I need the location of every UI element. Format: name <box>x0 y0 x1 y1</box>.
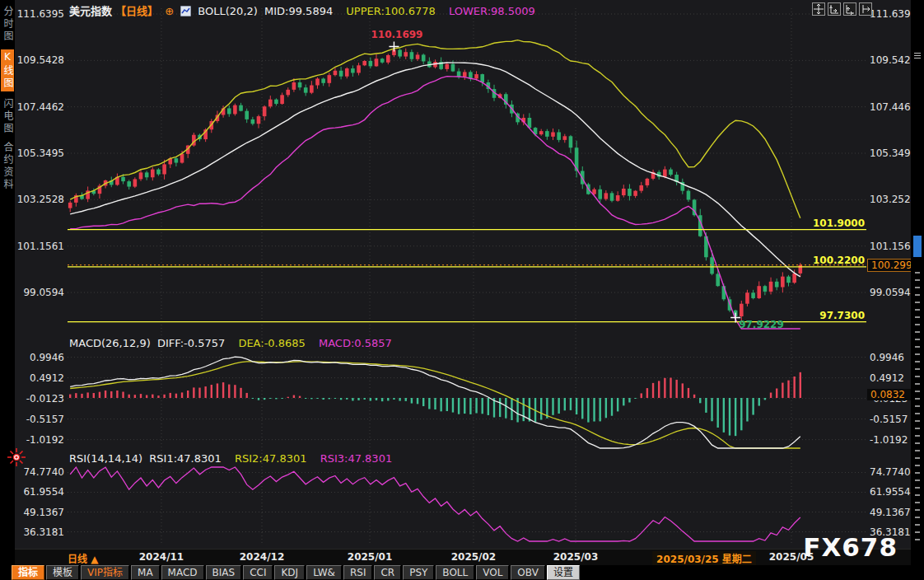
chart-canvas[interactable] <box>0 0 924 580</box>
toolbar-button-rsi[interactable]: RSI <box>343 565 373 580</box>
rsi1-value: RSI1:47.8301 <box>149 452 222 465</box>
macd-hist-value: MACD:0.5857 <box>319 337 392 349</box>
sidebar-tab-3[interactable]: 合约资料 <box>1 142 14 191</box>
date-tick: 2025/01 <box>348 551 392 563</box>
indicator-chart-icon <box>180 6 191 19</box>
toolbar-button-bias[interactable]: BIAS <box>206 565 242 580</box>
left-sidebar: 分时图K线图闪电图合约资料 <box>0 0 15 580</box>
axis-scale-right-icon[interactable] <box>843 2 856 16</box>
right-scroll-strip <box>911 0 924 580</box>
date-tick: 2025/02 <box>451 551 496 563</box>
period-tag: 【日线】 <box>115 5 158 17</box>
macd-label: MACD(26,12,9) <box>69 337 151 349</box>
toolbar-button-lw[interactable]: LW& <box>306 565 342 580</box>
boll-label: BOLL(20,2) <box>198 5 258 17</box>
period-selector[interactable]: 日线 ▲ <box>68 551 98 565</box>
bottom-toolbar: 指标模板VIP指标MAMACDBIASCCIKDJLW&RSICRPSYBOLL… <box>0 565 924 580</box>
date-axis: 日线 ▲ 2024/112024/122025/012025/022025/03… <box>15 549 911 566</box>
rsi2-value: RSI2:47.8301 <box>235 452 307 465</box>
exit-view-icon[interactable] <box>859 2 872 16</box>
chart-app: 美元指数【日线】 ⊕ BOLL(20,2) MID:99.5894 UPPER:… <box>0 0 924 580</box>
toolbar-button-kdj[interactable]: KDJ <box>274 565 305 580</box>
scrollbar-thumb[interactable] <box>913 236 922 257</box>
toolbar-button-vol[interactable]: VOL <box>476 565 509 580</box>
alert-flash-icon[interactable] <box>7 448 26 470</box>
date-tick: 2025/03 <box>553 551 598 563</box>
rsi-pane-header: RSI(14,14,14) RSI1:47.8301 RSI2:47.8301 … <box>69 452 395 465</box>
rsi-label: RSI(14,14,14) <box>69 452 142 465</box>
macd-histogram <box>69 372 801 436</box>
sidebar-tab-2[interactable]: 闪电图 <box>1 98 14 135</box>
macd-dea-value: DEA:-0.8685 <box>238 337 305 349</box>
date-tick: 2024/12 <box>240 551 284 563</box>
toolbar-button-cr[interactable]: CR <box>374 565 401 580</box>
boll-upper-value: UPPER:100.6778 <box>346 5 435 17</box>
menu-icon[interactable] <box>914 53 921 59</box>
chevron-up-icon: ▲ <box>91 554 98 565</box>
date-tick: 2024/11 <box>139 551 184 563</box>
crosshair-icon[interactable] <box>812 2 825 16</box>
main-chart-header: 美元指数【日线】 ⊕ BOLL(20,2) MID:99.5894 UPPER:… <box>69 2 539 19</box>
toolbar-button-[interactable]: 设置 <box>547 565 580 580</box>
toolbar-button-[interactable]: 模板 <box>46 565 79 580</box>
chart-tool-icons <box>812 2 872 16</box>
toolbar-button-obv[interactable]: OBV <box>511 565 545 580</box>
scroll-track-marks <box>915 272 920 544</box>
sidebar-tab-1[interactable]: K线图 <box>1 49 14 91</box>
toolbar-button-cci[interactable]: CCI <box>243 565 273 580</box>
rsi3-value: RSI3:47.8301 <box>320 452 393 465</box>
toolbar-button-boll[interactable]: BOLL <box>436 565 474 580</box>
boll-mid-value: MID:99.5894 <box>264 5 333 17</box>
axis-scale-left-icon[interactable] <box>828 2 841 16</box>
add-indicator-icon[interactable]: ⊕ <box>165 5 174 17</box>
toolbar-button-vip[interactable]: VIP指标 <box>81 565 129 580</box>
macd-pane-header: MACD(26,12,9) DIFF:-0.5757 DEA:-0.8685 M… <box>69 337 395 349</box>
candles <box>68 46 802 321</box>
symbol-title: 美元指数 <box>69 5 112 17</box>
sidebar-tab-0[interactable]: 分时图 <box>1 6 14 43</box>
selected-date-label: 2025/03/25 星期二 <box>652 551 756 565</box>
macd-diff-value: DIFF:-0.5757 <box>157 337 225 349</box>
watermark: FX678 <box>803 532 898 562</box>
toolbar-button-psy[interactable]: PSY <box>403 565 434 580</box>
toolbar-button-[interactable]: 指标 <box>12 565 44 580</box>
toolbar-button-macd[interactable]: MACD <box>161 565 204 580</box>
toolbar-button-ma[interactable]: MA <box>131 565 160 580</box>
boll-lower-value: LOWER:98.5009 <box>449 5 535 17</box>
